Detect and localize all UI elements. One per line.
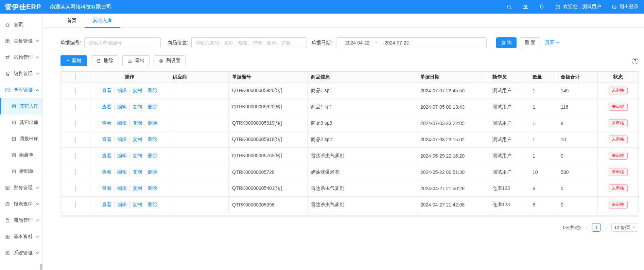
copy-link[interactable]: 复制 xyxy=(129,120,145,126)
sidebar-item-finance[interactable]: 财务管理 xyxy=(0,180,42,196)
expand-link[interactable]: 展开 xyxy=(545,40,560,46)
view-link[interactable]: 查看 xyxy=(99,88,114,94)
edit-link[interactable]: 编辑 xyxy=(114,104,129,110)
row-checkbox[interactable] xyxy=(75,137,76,143)
sidebar-item-assembly[interactable]: 组装单 xyxy=(0,147,42,163)
cell-product: 雷达杀虫气雾剂 xyxy=(308,148,417,164)
sidebar-item-disassembly[interactable]: 拆卸单 xyxy=(0,163,42,180)
cell-qty: 6 xyxy=(529,180,557,197)
cell-order-no: QTRK00000005920[转] xyxy=(229,99,308,115)
search-icon[interactable] xyxy=(506,4,512,10)
delete-link[interactable]: 删除 xyxy=(145,137,160,143)
view-link[interactable]: 查看 xyxy=(99,169,114,175)
cell-supplier xyxy=(169,197,229,213)
sidebar-item-basic-data[interactable]: 基本资料 xyxy=(0,229,42,245)
help-icon[interactable]: ? xyxy=(632,58,638,64)
select-all-checkbox[interactable] xyxy=(75,74,76,80)
date-range-picker[interactable]: 2024-04-22 ~ 2024-07-22 xyxy=(336,37,487,48)
row-checkbox[interactable] xyxy=(75,104,76,110)
delete-link[interactable]: 删除 xyxy=(145,104,160,110)
sidebar-item-reports[interactable]: 报表查询 xyxy=(0,196,42,212)
page-size-select[interactable]: 10 条/页 xyxy=(611,223,638,232)
row-checkbox[interactable] xyxy=(75,88,76,94)
row-checkbox[interactable] xyxy=(75,120,76,126)
view-link[interactable]: 查看 xyxy=(99,137,114,143)
sidebar-item-sales[interactable]: 销售管理 xyxy=(0,66,42,82)
view-link[interactable]: 查看 xyxy=(99,185,114,192)
export-button[interactable]: 导出 xyxy=(122,55,150,66)
tab-home[interactable]: 首页 xyxy=(59,14,85,28)
copy-link[interactable]: 复制 xyxy=(129,202,145,208)
product-info-input[interactable] xyxy=(191,37,307,48)
copy-link[interactable]: 复制 xyxy=(129,185,145,192)
sidebar-item-warehouse[interactable]: 仓库管理 xyxy=(0,82,42,98)
date-start[interactable]: 2024-04-22 xyxy=(345,40,370,46)
edit-link[interactable]: 编辑 xyxy=(114,169,129,175)
copy-link[interactable]: 复制 xyxy=(129,88,145,94)
cell-date: 2024-04-27 21:42:08 xyxy=(417,197,489,213)
cell-operator: 测试用户 xyxy=(489,83,529,99)
search-button[interactable]: 查 询 xyxy=(496,37,517,48)
delete-link[interactable]: 删除 xyxy=(145,169,160,175)
bank-icon[interactable] xyxy=(522,4,528,10)
edit-link[interactable]: 编辑 xyxy=(114,137,129,143)
sidebar-item-purchase[interactable]: 采购管理 xyxy=(0,49,42,66)
edit-link[interactable]: 编辑 xyxy=(114,202,129,208)
reset-button[interactable]: 重 置 xyxy=(520,37,540,48)
delete-link[interactable]: 删除 xyxy=(145,120,160,126)
welcome-user[interactable]: 欢迎您，测试用户 xyxy=(555,4,601,10)
copy-link[interactable]: 复制 xyxy=(129,169,145,175)
copy-link[interactable]: 复制 xyxy=(129,104,145,110)
order-no-input[interactable] xyxy=(84,37,161,48)
cell-supplier xyxy=(169,148,229,164)
sidebar-item-retail[interactable]: 零售管理 xyxy=(0,33,42,49)
next-page-button[interactable]: › xyxy=(604,225,608,230)
cell-amount: 0 xyxy=(557,148,598,164)
sidebar-item-goods[interactable]: 商品管理 xyxy=(0,212,42,229)
copy-link[interactable]: 复制 xyxy=(129,137,145,143)
delete-link[interactable]: 删除 xyxy=(145,88,160,94)
edit-link[interactable]: 编辑 xyxy=(114,88,129,94)
status-badge: 未审核 xyxy=(609,168,628,176)
edit-link[interactable]: 编辑 xyxy=(114,185,129,192)
sidebar-item-other-outbound[interactable]: 其它出库 xyxy=(0,114,42,131)
row-checkbox[interactable] xyxy=(75,185,76,192)
view-link[interactable]: 查看 xyxy=(99,202,114,208)
page-number[interactable]: 1 xyxy=(592,223,601,232)
sidebar-label: 采购管理 xyxy=(14,54,33,60)
cell-supplier xyxy=(169,164,229,180)
doc-icon xyxy=(12,153,16,158)
row-checkbox[interactable] xyxy=(75,169,76,175)
sidebar-label: 首页 xyxy=(14,22,23,28)
date-end[interactable]: 2024-07-22 xyxy=(384,40,409,46)
tab-other-inbound[interactable]: 其它入库 xyxy=(85,14,120,28)
edit-link[interactable]: 编辑 xyxy=(114,120,129,126)
bell-icon[interactable] xyxy=(539,4,545,10)
cell-operator: 仓库123 xyxy=(489,180,529,197)
sidebar-scrollbar-thumb[interactable] xyxy=(40,264,42,270)
prev-page-button[interactable]: ‹ xyxy=(584,225,589,230)
delete-link[interactable]: 删除 xyxy=(145,153,160,159)
row-checkbox[interactable] xyxy=(75,202,76,208)
view-link[interactable]: 查看 xyxy=(99,104,114,110)
cell-operator: 测试用户 xyxy=(489,148,529,164)
copy-link[interactable]: 复制 xyxy=(129,153,145,159)
delete-link[interactable]: 删除 xyxy=(145,202,160,208)
sidebar-item-home[interactable]: 首页 xyxy=(0,17,42,33)
horizontal-scrollbar[interactable] xyxy=(60,215,638,217)
logout-button[interactable]: 退出登录 xyxy=(611,4,639,10)
edit-link[interactable]: 编辑 xyxy=(114,153,129,159)
table-row: 查看编辑复制删除 QTRK00000005728 奶油味爆米花 2024-05-… xyxy=(61,164,639,180)
view-link[interactable]: 查看 xyxy=(99,153,114,159)
sidebar-label: 其它入库 xyxy=(19,103,38,109)
sidebar-item-transfer-outbound[interactable]: 调拨出库 xyxy=(0,131,42,147)
delete-link[interactable]: 删除 xyxy=(145,185,160,192)
grid-icon xyxy=(5,234,10,239)
sidebar-item-system[interactable]: 系统管理 xyxy=(0,245,42,261)
column-settings-button[interactable]: 列设置 xyxy=(154,55,186,66)
add-button[interactable]: + 新增 xyxy=(60,55,87,66)
delete-button[interactable]: 删除 xyxy=(91,55,118,66)
sidebar-item-other-inbound[interactable]: 其它入库 xyxy=(0,98,42,114)
view-link[interactable]: 查看 xyxy=(99,120,114,126)
row-checkbox[interactable] xyxy=(75,153,76,159)
